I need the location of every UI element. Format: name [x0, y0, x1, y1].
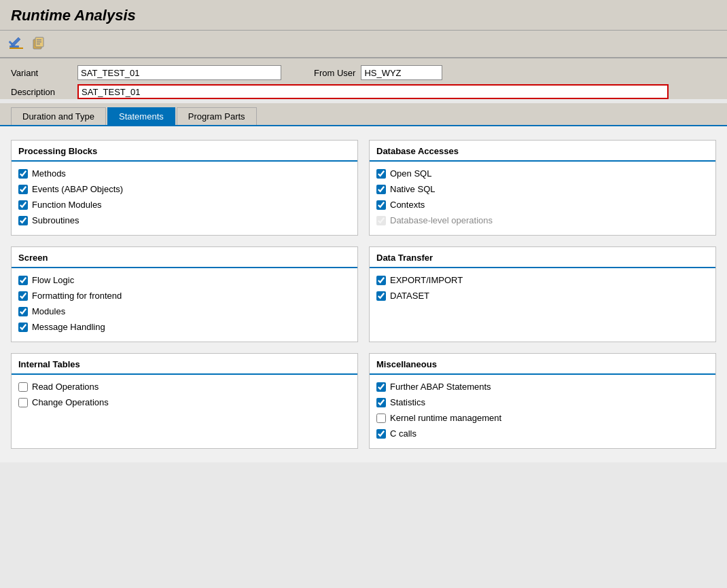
variant-input[interactable]: [77, 65, 281, 80]
list-item: Change Operations: [18, 397, 351, 407]
internal-tables-panel: Internal Tables Read Operations Change O…: [11, 353, 358, 449]
svg-rect-8: [37, 43, 40, 45]
description-label: Description: [11, 87, 72, 97]
data-transfer-title: Data Transfer: [370, 247, 715, 268]
list-item: Function Modules: [18, 200, 351, 210]
list-item: Methods: [18, 168, 351, 179]
methods-label: Methods: [32, 168, 66, 179]
list-item: Statistics: [376, 397, 709, 407]
c-calls-checkbox[interactable]: [376, 429, 386, 439]
variant-row: Variant From User: [11, 65, 716, 80]
modules-checkbox[interactable]: [18, 307, 28, 316]
svg-rect-3: [10, 48, 23, 49]
tab-program-parts[interactable]: Program Parts: [177, 107, 257, 125]
methods-checkbox[interactable]: [18, 169, 28, 179]
dataset-label: DATASET: [390, 291, 429, 301]
page-title: Runtime Analysis: [11, 7, 716, 24]
list-item: Further ABAP Statements: [376, 382, 709, 392]
miscellaneous-body: Further ABAP Statements Statistics Kerne…: [370, 375, 715, 448]
function-modules-label: Function Modules: [32, 200, 102, 210]
further-abap-label: Further ABAP Statements: [390, 382, 491, 392]
message-handling-label: Message Handling: [32, 322, 105, 332]
tab-duration-and-type[interactable]: Duration and Type: [11, 107, 106, 125]
read-operations-label: Read Operations: [32, 382, 99, 392]
list-item: Flow Logic: [18, 275, 351, 285]
list-item: DATASET: [376, 291, 709, 301]
toolbar: [0, 31, 727, 58]
from-user-input[interactable]: [361, 65, 442, 80]
db-level-ops-checkbox: [376, 216, 386, 225]
data-transfer-body: EXPORT/IMPORT DATASET: [370, 268, 715, 310]
database-accesses-title: Database Accesses: [370, 141, 715, 162]
change-operations-checkbox[interactable]: [18, 398, 28, 407]
native-sql-label: Native SQL: [390, 184, 435, 194]
internal-tables-title: Internal Tables: [12, 354, 357, 375]
further-abap-checkbox[interactable]: [376, 382, 386, 392]
db-level-ops-label: Database-level operations: [390, 215, 493, 225]
list-item: Message Handling: [18, 322, 351, 332]
c-calls-label: C calls: [390, 428, 416, 439]
list-item: EXPORT/IMPORT: [376, 275, 709, 285]
export-import-label: EXPORT/IMPORT: [390, 275, 463, 285]
list-item: Formatting for frontend: [18, 291, 351, 301]
export-import-checkbox[interactable]: [376, 276, 386, 285]
list-item: Modules: [18, 306, 351, 316]
flow-logic-label: Flow Logic: [32, 275, 74, 285]
open-sql-checkbox[interactable]: [376, 169, 386, 179]
statistics-checkbox[interactable]: [376, 398, 386, 407]
list-item: Kernel runtime management: [376, 413, 709, 423]
title-bar: Runtime Analysis: [0, 0, 727, 31]
screen-body: Flow Logic Formatting for frontend Modul…: [12, 268, 357, 342]
flow-logic-checkbox[interactable]: [18, 276, 28, 285]
native-sql-checkbox[interactable]: [376, 185, 386, 194]
kernel-runtime-checkbox[interactable]: [376, 414, 386, 423]
list-item: Subroutines: [18, 215, 351, 225]
main-content: Processing Blocks Methods Events (ABAP O…: [0, 126, 727, 462]
data-transfer-panel: Data Transfer EXPORT/IMPORT DATASET: [369, 246, 716, 342]
internal-tables-body: Read Operations Change Operations: [12, 375, 357, 417]
events-label: Events (ABAP Objects): [32, 184, 123, 194]
description-input[interactable]: [77, 84, 669, 99]
variant-label: Variant: [11, 68, 72, 78]
list-item: Native SQL: [376, 184, 709, 194]
miscellaneous-title: Miscellaneous: [370, 354, 715, 375]
form-area: Variant From User Description: [0, 58, 727, 99]
svg-marker-2: [12, 37, 20, 46]
description-row: Description: [11, 84, 716, 99]
processing-blocks-panel: Processing Blocks Methods Events (ABAP O…: [11, 140, 358, 236]
screen-panel: Screen Flow Logic Formatting for fronten…: [11, 246, 358, 342]
list-item: Open SQL: [376, 168, 709, 179]
formatting-label: Formatting for frontend: [32, 291, 122, 301]
tab-statements[interactable]: Statements: [107, 107, 175, 125]
database-accesses-panel: Database Accesses Open SQL Native SQL Co…: [369, 140, 716, 236]
subroutines-checkbox[interactable]: [18, 216, 28, 225]
formatting-checkbox[interactable]: [18, 291, 28, 301]
from-user-label: From User: [314, 68, 355, 78]
change-operations-label: Change Operations: [32, 397, 109, 407]
list-item: Events (ABAP Objects): [18, 184, 351, 194]
screen-title: Screen: [12, 247, 357, 268]
list-item: Database-level operations: [376, 215, 709, 225]
modules-label: Modules: [32, 306, 65, 316]
list-item: Read Operations: [18, 382, 351, 392]
edit-icon[interactable]: [8, 35, 24, 53]
copy-icon[interactable]: [30, 35, 46, 53]
function-modules-checkbox[interactable]: [18, 200, 28, 210]
list-item: C calls: [376, 428, 709, 439]
read-operations-checkbox[interactable]: [18, 382, 28, 392]
svg-rect-6: [37, 39, 41, 41]
contexts-checkbox[interactable]: [376, 200, 386, 210]
list-item: Contexts: [376, 200, 709, 210]
contexts-label: Contexts: [390, 200, 425, 210]
database-accesses-body: Open SQL Native SQL Contexts Database-le…: [370, 162, 715, 235]
tabs-bar: Duration and Type Statements Program Par…: [0, 103, 727, 126]
kernel-runtime-label: Kernel runtime management: [390, 413, 501, 423]
message-handling-checkbox[interactable]: [18, 323, 28, 332]
dataset-checkbox[interactable]: [376, 291, 386, 301]
processing-blocks-body: Methods Events (ABAP Objects) Function M…: [12, 162, 357, 235]
events-checkbox[interactable]: [18, 185, 28, 194]
svg-rect-7: [37, 41, 41, 43]
miscellaneous-panel: Miscellaneous Further ABAP Statements St…: [369, 353, 716, 449]
processing-blocks-title: Processing Blocks: [12, 141, 357, 162]
open-sql-label: Open SQL: [390, 168, 431, 179]
